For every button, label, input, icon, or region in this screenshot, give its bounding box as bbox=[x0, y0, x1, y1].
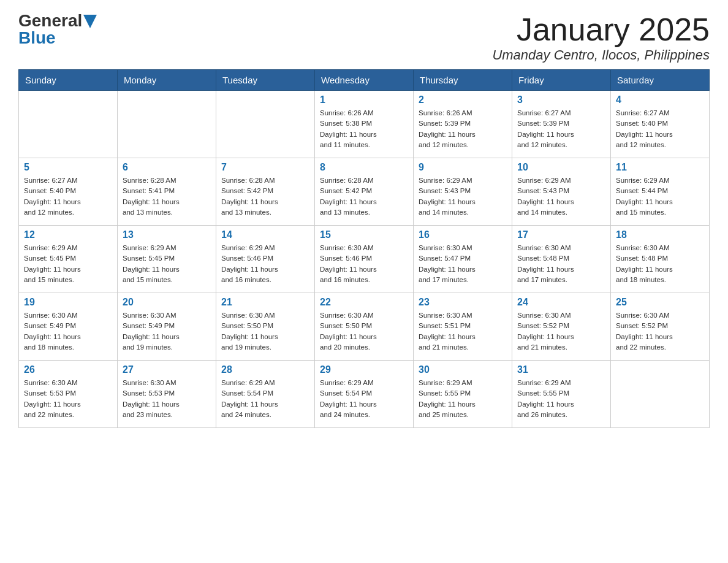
calendar-header-wednesday: Wednesday bbox=[315, 70, 414, 91]
day-info: Sunrise: 6:28 AM Sunset: 5:41 PM Dayligh… bbox=[123, 175, 211, 218]
day-info: Sunrise: 6:30 AM Sunset: 5:51 PM Dayligh… bbox=[419, 310, 507, 353]
day-info: Sunrise: 6:26 AM Sunset: 5:38 PM Dayligh… bbox=[320, 108, 408, 150]
title-area: January 2025 Umanday Centro, Ilocos, Phi… bbox=[492, 12, 710, 63]
day-number: 6 bbox=[123, 162, 211, 173]
calendar-cell: 25Sunrise: 6:30 AM Sunset: 5:52 PM Dayli… bbox=[611, 293, 710, 361]
calendar-cell: 26Sunrise: 6:30 AM Sunset: 5:53 PM Dayli… bbox=[19, 361, 118, 428]
day-info: Sunrise: 6:29 AM Sunset: 5:55 PM Dayligh… bbox=[517, 378, 605, 420]
day-info: Sunrise: 6:27 AM Sunset: 5:39 PM Dayligh… bbox=[517, 108, 605, 150]
day-info: Sunrise: 6:30 AM Sunset: 5:52 PM Dayligh… bbox=[616, 310, 704, 353]
calendar-cell: 10Sunrise: 6:29 AM Sunset: 5:43 PM Dayli… bbox=[512, 158, 611, 226]
month-title: January 2025 bbox=[492, 12, 710, 47]
calendar-header-saturday: Saturday bbox=[611, 70, 710, 91]
logo: General Blue bbox=[18, 12, 97, 47]
day-info: Sunrise: 6:29 AM Sunset: 5:54 PM Dayligh… bbox=[221, 378, 309, 420]
day-info: Sunrise: 6:30 AM Sunset: 5:49 PM Dayligh… bbox=[24, 310, 112, 353]
day-number: 21 bbox=[221, 297, 309, 308]
day-number: 3 bbox=[517, 94, 605, 105]
day-number: 12 bbox=[24, 229, 112, 240]
calendar-cell: 5Sunrise: 6:27 AM Sunset: 5:40 PM Daylig… bbox=[19, 158, 118, 226]
svg-marker-0 bbox=[83, 15, 97, 28]
calendar-cell: 19Sunrise: 6:30 AM Sunset: 5:49 PM Dayli… bbox=[19, 293, 118, 361]
day-number: 20 bbox=[123, 297, 211, 308]
day-info: Sunrise: 6:29 AM Sunset: 5:45 PM Dayligh… bbox=[123, 243, 211, 285]
day-info: Sunrise: 6:29 AM Sunset: 5:43 PM Dayligh… bbox=[517, 175, 605, 218]
calendar-cell: 6Sunrise: 6:28 AM Sunset: 5:41 PM Daylig… bbox=[118, 158, 216, 226]
day-number: 31 bbox=[517, 364, 605, 375]
calendar-cell: 1Sunrise: 6:26 AM Sunset: 5:38 PM Daylig… bbox=[315, 91, 414, 158]
calendar-cell bbox=[118, 91, 216, 158]
day-info: Sunrise: 6:29 AM Sunset: 5:54 PM Dayligh… bbox=[320, 378, 408, 420]
location-subtitle: Umanday Centro, Ilocos, Philippines bbox=[492, 47, 710, 63]
day-info: Sunrise: 6:27 AM Sunset: 5:40 PM Dayligh… bbox=[616, 108, 704, 150]
calendar-cell: 23Sunrise: 6:30 AM Sunset: 5:51 PM Dayli… bbox=[414, 293, 512, 361]
calendar-cell: 20Sunrise: 6:30 AM Sunset: 5:49 PM Dayli… bbox=[118, 293, 216, 361]
day-number: 27 bbox=[123, 364, 211, 375]
calendar-cell: 11Sunrise: 6:29 AM Sunset: 5:44 PM Dayli… bbox=[611, 158, 710, 226]
day-number: 19 bbox=[24, 297, 112, 308]
calendar-cell: 21Sunrise: 6:30 AM Sunset: 5:50 PM Dayli… bbox=[216, 293, 315, 361]
calendar-header-row: SundayMondayTuesdayWednesdayThursdayFrid… bbox=[19, 70, 710, 91]
calendar-cell: 13Sunrise: 6:29 AM Sunset: 5:45 PM Dayli… bbox=[118, 226, 216, 293]
day-number: 16 bbox=[419, 229, 507, 240]
logo-general-text: General bbox=[18, 12, 82, 29]
calendar-table: SundayMondayTuesdayWednesdayThursdayFrid… bbox=[18, 69, 710, 428]
calendar-header-sunday: Sunday bbox=[19, 70, 118, 91]
day-number: 8 bbox=[320, 162, 408, 173]
day-info: Sunrise: 6:30 AM Sunset: 5:48 PM Dayligh… bbox=[517, 243, 605, 285]
day-number: 15 bbox=[320, 229, 408, 240]
calendar-cell: 16Sunrise: 6:30 AM Sunset: 5:47 PM Dayli… bbox=[414, 226, 512, 293]
calendar-header-thursday: Thursday bbox=[414, 70, 512, 91]
calendar-cell: 24Sunrise: 6:30 AM Sunset: 5:52 PM Dayli… bbox=[512, 293, 611, 361]
day-number: 4 bbox=[616, 94, 704, 105]
day-number: 29 bbox=[320, 364, 408, 375]
calendar-cell: 27Sunrise: 6:30 AM Sunset: 5:53 PM Dayli… bbox=[118, 361, 216, 428]
day-info: Sunrise: 6:30 AM Sunset: 5:52 PM Dayligh… bbox=[517, 310, 605, 353]
day-info: Sunrise: 6:29 AM Sunset: 5:45 PM Dayligh… bbox=[24, 243, 112, 285]
day-number: 11 bbox=[616, 162, 704, 173]
day-number: 14 bbox=[221, 229, 309, 240]
day-info: Sunrise: 6:30 AM Sunset: 5:49 PM Dayligh… bbox=[123, 310, 211, 353]
calendar-cell: 18Sunrise: 6:30 AM Sunset: 5:48 PM Dayli… bbox=[611, 226, 710, 293]
day-info: Sunrise: 6:30 AM Sunset: 5:50 PM Dayligh… bbox=[221, 310, 309, 353]
logo-triangle-icon bbox=[83, 15, 97, 28]
day-info: Sunrise: 6:26 AM Sunset: 5:39 PM Dayligh… bbox=[419, 108, 507, 150]
calendar-cell: 3Sunrise: 6:27 AM Sunset: 5:39 PM Daylig… bbox=[512, 91, 611, 158]
calendar-week-5: 26Sunrise: 6:30 AM Sunset: 5:53 PM Dayli… bbox=[19, 361, 710, 428]
calendar-cell: 9Sunrise: 6:29 AM Sunset: 5:43 PM Daylig… bbox=[414, 158, 512, 226]
day-info: Sunrise: 6:27 AM Sunset: 5:40 PM Dayligh… bbox=[24, 175, 112, 218]
calendar-cell: 29Sunrise: 6:29 AM Sunset: 5:54 PM Dayli… bbox=[315, 361, 414, 428]
calendar-header-tuesday: Tuesday bbox=[216, 70, 315, 91]
day-number: 24 bbox=[517, 297, 605, 308]
day-info: Sunrise: 6:30 AM Sunset: 5:53 PM Dayligh… bbox=[24, 378, 112, 420]
calendar-header-friday: Friday bbox=[512, 70, 611, 91]
day-number: 10 bbox=[517, 162, 605, 173]
day-info: Sunrise: 6:29 AM Sunset: 5:46 PM Dayligh… bbox=[221, 243, 309, 285]
calendar-cell: 31Sunrise: 6:29 AM Sunset: 5:55 PM Dayli… bbox=[512, 361, 611, 428]
day-info: Sunrise: 6:28 AM Sunset: 5:42 PM Dayligh… bbox=[320, 175, 408, 218]
day-number: 5 bbox=[24, 162, 112, 173]
calendar-cell: 7Sunrise: 6:28 AM Sunset: 5:42 PM Daylig… bbox=[216, 158, 315, 226]
calendar-cell: 8Sunrise: 6:28 AM Sunset: 5:42 PM Daylig… bbox=[315, 158, 414, 226]
day-number: 18 bbox=[616, 229, 704, 240]
calendar-week-3: 12Sunrise: 6:29 AM Sunset: 5:45 PM Dayli… bbox=[19, 226, 710, 293]
day-number: 23 bbox=[419, 297, 507, 308]
day-info: Sunrise: 6:28 AM Sunset: 5:42 PM Dayligh… bbox=[221, 175, 309, 218]
calendar-cell: 22Sunrise: 6:30 AM Sunset: 5:50 PM Dayli… bbox=[315, 293, 414, 361]
day-info: Sunrise: 6:29 AM Sunset: 5:44 PM Dayligh… bbox=[616, 175, 704, 218]
day-number: 28 bbox=[221, 364, 309, 375]
calendar-cell: 17Sunrise: 6:30 AM Sunset: 5:48 PM Dayli… bbox=[512, 226, 611, 293]
day-number: 1 bbox=[320, 94, 408, 105]
calendar-cell: 14Sunrise: 6:29 AM Sunset: 5:46 PM Dayli… bbox=[216, 226, 315, 293]
calendar-cell: 15Sunrise: 6:30 AM Sunset: 5:46 PM Dayli… bbox=[315, 226, 414, 293]
calendar-cell: 2Sunrise: 6:26 AM Sunset: 5:39 PM Daylig… bbox=[414, 91, 512, 158]
day-number: 2 bbox=[419, 94, 507, 105]
day-info: Sunrise: 6:29 AM Sunset: 5:55 PM Dayligh… bbox=[419, 378, 507, 420]
calendar-cell: 12Sunrise: 6:29 AM Sunset: 5:45 PM Dayli… bbox=[19, 226, 118, 293]
logo-blue-text: Blue bbox=[18, 29, 97, 47]
day-number: 22 bbox=[320, 297, 408, 308]
day-info: Sunrise: 6:29 AM Sunset: 5:43 PM Dayligh… bbox=[419, 175, 507, 218]
calendar-cell bbox=[216, 91, 315, 158]
calendar-cell bbox=[611, 361, 710, 428]
calendar-week-2: 5Sunrise: 6:27 AM Sunset: 5:40 PM Daylig… bbox=[19, 158, 710, 226]
